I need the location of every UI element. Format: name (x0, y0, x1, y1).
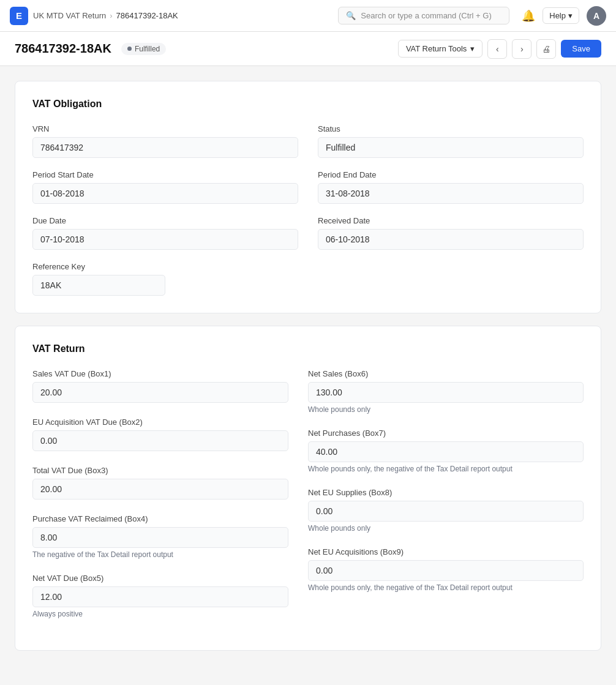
print-icon: 🖨 (542, 44, 550, 54)
due-date-field: Due Date (32, 216, 298, 250)
vat-field-box7-hint: Whole pounds only, the negative of the T… (308, 465, 584, 473)
chevron-left-icon: ‹ (496, 44, 499, 54)
vat-return-right-col: Net Sales (Box6) Whole pounds only Net P… (308, 369, 584, 633)
vat-obligation-title: VAT Obligation (32, 99, 584, 110)
vat-field-box8-label: Net EU Supplies (Box8) (308, 488, 584, 497)
page-header: 786417392-18AK Fulfilled VAT Return Tool… (0, 32, 616, 66)
vat-field-box6-hint: Whole pounds only (308, 405, 584, 414)
due-date-label: Due Date (32, 216, 298, 225)
reference-key-field: Reference Key (32, 262, 298, 296)
vat-field-box1: Sales VAT Due (Box1) (32, 369, 288, 403)
save-button[interactable]: Save (561, 40, 601, 58)
vat-field-box7-label: Net Purchases (Box7) (308, 429, 584, 438)
search-bar[interactable]: 🔍 Search or type a command (Ctrl + G) (338, 7, 509, 24)
vrn-label: VRN (32, 124, 298, 133)
search-placeholder: Search or type a command (Ctrl + G) (361, 11, 492, 20)
chevron-right-icon: › (520, 44, 524, 54)
vat-field-box5: Net VAT Due (Box5) Always positive (32, 574, 288, 618)
vrn-field: VRN (32, 124, 298, 158)
breadcrumb: UK MTD VAT Return › 786417392-18AK (33, 11, 178, 20)
vat-field-box9-label: Net EU Acquisitions (Box9) (308, 547, 584, 556)
breadcrumb-sep-1: › (110, 11, 112, 20)
vat-field-box1-label: Sales VAT Due (Box1) (32, 369, 288, 378)
period-end-input[interactable] (318, 183, 584, 204)
reference-key-label: Reference Key (32, 262, 298, 271)
vat-field-box7-input[interactable] (308, 441, 584, 462)
vat-field-box4-label: Purchase VAT Reclaimed (Box4) (32, 514, 288, 523)
chevron-down-icon: ▾ (470, 44, 475, 53)
vat-field-box5-label: Net VAT Due (Box5) (32, 574, 288, 583)
vat-field-box8-input[interactable] (308, 501, 584, 522)
vat-field-box8: Net EU Supplies (Box8) Whole pounds only (308, 488, 584, 533)
status-dot-icon (127, 47, 132, 51)
period-start-label: Period Start Date (32, 170, 298, 179)
page-title: 786417392-18AK (15, 42, 111, 56)
vrn-input[interactable] (32, 137, 298, 158)
avatar[interactable]: A (587, 6, 606, 26)
received-date-field: Received Date (318, 216, 584, 250)
vat-return-title: VAT Return (32, 343, 584, 354)
vat-obligation-card: VAT Obligation VRN Status Period Start D… (15, 81, 601, 313)
vat-return-card: VAT Return Sales VAT Due (Box1) EU Acqui… (15, 326, 601, 651)
period-end-label: Period End Date (318, 170, 584, 179)
page-header-actions: VAT Return Tools ▾ ‹ › 🖨 Save (398, 39, 601, 59)
status-field: Status (318, 124, 584, 158)
vat-field-box4: Purchase VAT Reclaimed (Box4) The negati… (32, 514, 288, 559)
vat-field-box5-input[interactable] (32, 586, 288, 607)
help-label: Help (549, 11, 566, 20)
vat-field-box2: EU Acquisition VAT Due (Box2) (32, 417, 288, 451)
notification-bell-icon[interactable]: 🔔 (522, 9, 535, 23)
vat-field-box1-input[interactable] (32, 382, 288, 403)
due-date-input[interactable] (32, 229, 298, 250)
vat-field-box7: Net Purchases (Box7) Whole pounds only, … (308, 429, 584, 473)
chevron-down-icon: ▾ (568, 11, 573, 20)
vat-obligation-form: VRN Status Period Start Date Period End … (32, 124, 584, 296)
vat-return-tools-button[interactable]: VAT Return Tools ▾ (398, 40, 483, 58)
status-input[interactable] (318, 137, 584, 158)
vat-field-box5-hint: Always positive (32, 610, 288, 618)
print-button[interactable]: 🖨 (536, 39, 556, 59)
period-end-field: Period End Date (318, 170, 584, 204)
main-content: VAT Obligation VRN Status Period Start D… (0, 66, 616, 678)
vat-return-left-col: Sales VAT Due (Box1) EU Acquisition VAT … (32, 369, 308, 633)
vat-field-box9: Net EU Acquisitions (Box9) Whole pounds … (308, 547, 584, 592)
vat-return-grid: Sales VAT Due (Box1) EU Acquisition VAT … (32, 369, 584, 633)
reference-key-input[interactable] (32, 275, 165, 296)
prev-button[interactable]: ‹ (487, 39, 507, 59)
breadcrumb-item-2[interactable]: 786417392-18AK (116, 11, 178, 20)
period-start-input[interactable] (32, 183, 298, 204)
period-start-field: Period Start Date (32, 170, 298, 204)
vat-field-box4-hint: The negative of the Tax Detail report ou… (32, 550, 288, 559)
vat-field-box2-label: EU Acquisition VAT Due (Box2) (32, 417, 288, 427)
vat-field-box3: Total VAT Due (Box3) (32, 466, 288, 500)
search-icon: 🔍 (346, 11, 356, 20)
breadcrumb-item-1[interactable]: UK MTD VAT Return (33, 11, 106, 20)
vat-field-box8-hint: Whole pounds only (308, 524, 584, 533)
vat-field-box9-input[interactable] (308, 560, 584, 581)
vat-field-box6: Net Sales (Box6) Whole pounds only (308, 369, 584, 414)
status-label: Status (318, 124, 584, 133)
vat-field-box2-input[interactable] (32, 430, 288, 451)
received-date-label: Received Date (318, 216, 584, 225)
vat-field-box6-input[interactable] (308, 382, 584, 403)
received-date-input[interactable] (318, 229, 584, 250)
topbar-right: 🔔 Help ▾ A (522, 6, 606, 26)
topbar: E UK MTD VAT Return › 786417392-18AK 🔍 S… (0, 0, 616, 32)
help-button[interactable]: Help ▾ (543, 7, 579, 24)
vat-field-box6-label: Net Sales (Box6) (308, 369, 584, 378)
tools-label: VAT Return Tools (406, 44, 467, 53)
vat-field-box4-input[interactable] (32, 527, 288, 548)
next-button[interactable]: › (512, 39, 531, 59)
app-logo: E (10, 7, 28, 25)
status-badge: Fulfilled (121, 43, 166, 55)
vat-field-box3-input[interactable] (32, 479, 288, 500)
vat-field-box9-hint: Whole pounds only, the negative of the T… (308, 583, 584, 592)
status-label: Fulfilled (135, 45, 160, 53)
vat-field-box3-label: Total VAT Due (Box3) (32, 466, 288, 475)
